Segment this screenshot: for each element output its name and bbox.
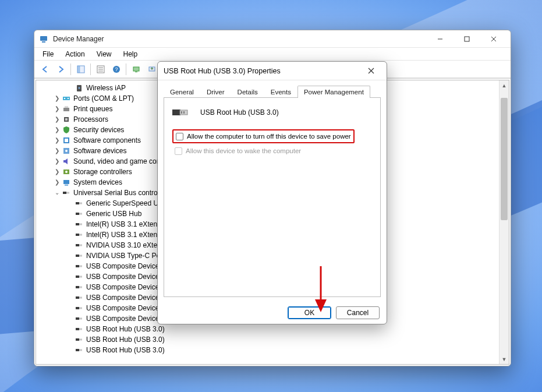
usb-icon xyxy=(75,335,84,344)
tree-item[interactable]: USB Root Hub (USB 3.0) xyxy=(41,324,509,334)
menu-action[interactable]: Action xyxy=(61,49,89,59)
cancel-button[interactable]: Cancel xyxy=(336,306,380,319)
svg-rect-39 xyxy=(63,192,66,194)
svg-rect-53 xyxy=(76,265,79,267)
svg-rect-30 xyxy=(65,118,68,121)
scroll-down-icon[interactable]: ▼ xyxy=(500,354,509,364)
ports-icon xyxy=(62,94,71,103)
tab-general[interactable]: General xyxy=(164,86,200,98)
menu-file[interactable]: File xyxy=(38,49,58,59)
print-queues-icon xyxy=(62,104,71,114)
forward-button[interactable] xyxy=(54,63,68,76)
svg-rect-69 xyxy=(76,349,79,351)
tree-item-label: USB Composite Device xyxy=(86,282,159,292)
chevron-icon[interactable]: ❯ xyxy=(54,177,61,188)
back-button[interactable] xyxy=(38,63,52,76)
tree-item-label: USB Composite Device xyxy=(86,271,159,282)
tabstrip: General Driver Details Events Power Mana… xyxy=(164,85,381,97)
usb-icon xyxy=(75,241,84,250)
chevron-icon[interactable]: ⌄ xyxy=(54,188,61,198)
svg-rect-24 xyxy=(63,97,70,100)
svg-rect-1 xyxy=(42,41,45,43)
storage-icon xyxy=(62,167,71,176)
svg-rect-51 xyxy=(76,255,79,257)
svg-rect-40 xyxy=(66,192,69,194)
tab-details[interactable]: Details xyxy=(231,86,264,98)
tree-item-label: Print queues xyxy=(73,104,112,114)
svg-rect-57 xyxy=(76,286,79,288)
tree-item-label: USB Root Hub (USB 3.0) xyxy=(86,345,165,355)
tab-panel-power: USB Root Hub (USB 3.0) Allow the compute… xyxy=(164,97,381,297)
chevron-icon[interactable]: ❯ xyxy=(54,114,61,125)
dialog-titlebar[interactable]: USB Root Hub (USB 3.0) Properties xyxy=(158,62,387,80)
tree-item-label: System devices xyxy=(73,177,122,188)
usb-icon xyxy=(75,220,84,229)
menu-help[interactable]: Help xyxy=(119,49,143,59)
ok-button[interactable]: OK xyxy=(288,306,331,319)
checkbox-icon[interactable] xyxy=(176,133,183,140)
svg-rect-67 xyxy=(76,338,79,341)
chevron-icon[interactable]: ❯ xyxy=(54,93,61,104)
tree-item-label: Generic USB Hub xyxy=(86,209,141,219)
window-title: Device Manager xyxy=(53,35,427,43)
tree-item-label: USB Composite Device xyxy=(86,313,159,324)
chevron-icon[interactable]: ❯ xyxy=(54,156,61,167)
svg-rect-56 xyxy=(79,276,82,278)
tree-item-label: Software devices xyxy=(73,146,126,156)
tree-item-label: USB Composite Device xyxy=(86,261,159,271)
dialog-title: USB Root Hub (USB 3.0) Properties xyxy=(164,67,361,75)
usb-icon xyxy=(75,303,84,313)
system-icon xyxy=(62,178,71,187)
app-icon xyxy=(39,34,48,44)
scroll-up-icon[interactable]: ▲ xyxy=(500,80,509,90)
tab-events[interactable]: Events xyxy=(264,86,297,98)
dialog-close-button[interactable] xyxy=(361,62,381,80)
usb-icon xyxy=(75,314,84,323)
svg-rect-3 xyxy=(465,37,469,41)
svg-rect-25 xyxy=(64,98,65,99)
tab-power-management[interactable]: Power Management xyxy=(297,86,370,98)
titlebar[interactable]: Device Manager xyxy=(34,30,511,48)
show-hide-tree-button[interactable] xyxy=(73,63,88,76)
scrollbar-vertical[interactable]: ▲ ▼ xyxy=(499,80,509,364)
maximize-button[interactable] xyxy=(454,30,480,48)
tab-driver[interactable]: Driver xyxy=(200,86,231,98)
svg-rect-27 xyxy=(63,108,69,111)
checkbox-allow-turn-off[interactable]: Allow the computer to turn off this devi… xyxy=(176,131,351,142)
tree-item-label: Ports (COM & LPT) xyxy=(73,93,134,104)
chevron-icon[interactable]: ❯ xyxy=(54,135,61,146)
svg-rect-76 xyxy=(183,111,185,114)
minimize-button[interactable] xyxy=(427,30,454,48)
checkbox-allow-wake: Allow this device to wake the computer xyxy=(175,146,372,156)
svg-rect-44 xyxy=(79,213,82,215)
properties-button[interactable] xyxy=(93,63,108,76)
chevron-icon[interactable]: ❯ xyxy=(54,146,61,156)
svg-rect-66 xyxy=(79,329,82,330)
software-comp-icon xyxy=(62,136,71,145)
tree-item[interactable]: USB Root Hub (USB 3.0) xyxy=(41,345,509,355)
wireless-iap-icon xyxy=(75,83,84,93)
chevron-icon[interactable]: ❯ xyxy=(54,167,61,177)
chevron-icon[interactable]: ❯ xyxy=(54,104,61,114)
scroll-thumb[interactable] xyxy=(501,98,508,220)
svg-rect-63 xyxy=(76,317,79,320)
tree-item-label: Wireless iAP xyxy=(86,83,126,93)
svg-rect-55 xyxy=(76,276,79,278)
menu-view[interactable]: View xyxy=(92,49,116,59)
tree-item-label: Universal Serial Bus controllers xyxy=(73,188,171,198)
tree-item[interactable]: USB Root Hub (USB 3.0) xyxy=(41,334,509,345)
usb-icon xyxy=(75,251,84,260)
svg-rect-7 xyxy=(81,66,84,73)
checkbox-label: Allow the computer to turn off this devi… xyxy=(187,133,351,140)
tree-item-label: USB Root Hub (USB 3.0) xyxy=(86,334,165,345)
help-button[interactable]: ? xyxy=(109,63,123,76)
tree-item-label: USB Composite Device xyxy=(86,292,159,303)
svg-rect-41 xyxy=(76,202,79,204)
svg-rect-32 xyxy=(65,139,68,142)
svg-rect-38 xyxy=(65,185,68,186)
svg-point-34 xyxy=(65,150,68,152)
tree-item-label: Processors xyxy=(73,114,108,125)
chevron-icon[interactable]: ❯ xyxy=(54,125,61,135)
close-button[interactable] xyxy=(480,30,507,48)
scan-hardware-button[interactable] xyxy=(129,63,143,76)
